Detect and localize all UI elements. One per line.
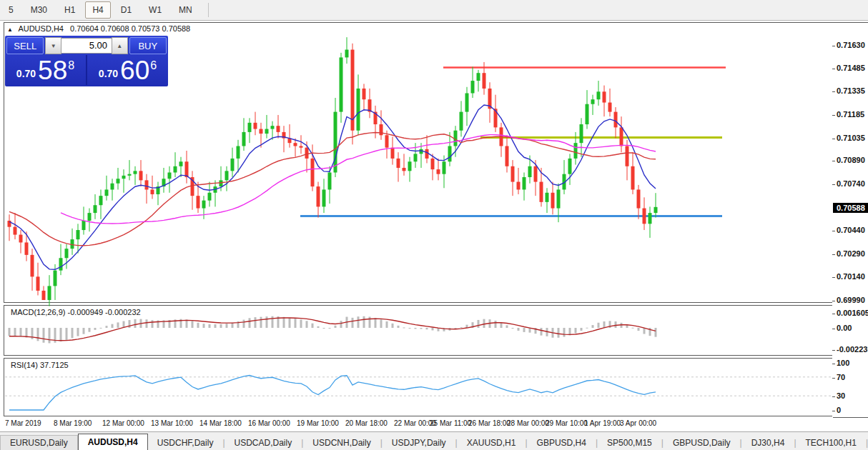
sell-button[interactable]: SELL xyxy=(6,37,44,54)
rsi-tick: 70 xyxy=(837,373,845,381)
sell-price[interactable]: 0.70 58 8 xyxy=(5,55,87,85)
axis-tick-mark xyxy=(832,350,835,351)
price-tick: 0.70290 xyxy=(837,249,865,258)
time-axis-label: 19 Mar 10:00 xyxy=(297,419,339,427)
time-axis-label: 13 Mar 10:00 xyxy=(151,419,193,427)
time-axis-label: 14 Mar 18:00 xyxy=(199,419,242,427)
timeframe-button-mn[interactable]: MN xyxy=(172,1,199,19)
time-axis: 7 Mar 20198 Mar 19:0012 Mar 00:0013 Mar … xyxy=(4,416,833,431)
one-click-trade-widget: SELL ▼ 5.00 ▲ BUY 0.70 58 8 0.70 60 6 xyxy=(5,36,168,86)
axis-tick-mark xyxy=(832,46,835,46)
price-tick: 0.71335 xyxy=(837,86,865,95)
axis-tick-mark xyxy=(832,329,835,329)
buy-price-prefix: 0.70 xyxy=(99,68,118,79)
chart-tab-usdjpy-daily[interactable]: USDJPY,Daily xyxy=(383,436,455,450)
axis-tick-mark xyxy=(832,69,835,69)
timeframe-button-d1[interactable]: D1 xyxy=(114,1,139,19)
buy-button[interactable]: BUY xyxy=(129,37,167,54)
volume-up-button[interactable]: ▲ xyxy=(112,37,128,54)
axis-tick-mark xyxy=(832,161,835,161)
axis-tick-mark xyxy=(832,139,835,139)
rsi-tick: 30 xyxy=(837,391,845,400)
macd-panel[interactable]: MACD(12,26,9) -0.000949 -0.000232 xyxy=(4,305,833,356)
price-tick: 0.71185 xyxy=(837,110,864,119)
price-tick: 0.71035 xyxy=(837,134,865,142)
toolbar-separator xyxy=(208,3,209,17)
chart-tab-usdchf-daily[interactable]: USDCHF,Daily xyxy=(148,436,223,450)
buy-price-pip: 6 xyxy=(150,59,157,72)
timeframe-button-w1[interactable]: W1 xyxy=(142,1,169,19)
axis-tick-mark xyxy=(832,254,835,255)
chart-tab-gbpusd-daily[interactable]: GBPUSD,Daily xyxy=(664,436,740,450)
axis-tick-mark xyxy=(832,364,835,364)
macd-tick: -0.002235 xyxy=(837,345,868,354)
chart-tab-bar: EURUSD,DailyAUDUSD,H4USDCHF,Daily|USDCAD… xyxy=(0,431,868,450)
rsi-panel[interactable]: RSI(14) 37.7125 xyxy=(4,358,833,416)
axis-tick-mark xyxy=(832,115,835,116)
axis-tick-mark xyxy=(832,301,835,301)
chart-tab-sp500-m15[interactable]: SP500,M15 xyxy=(598,436,661,450)
price-tick: 0.69990 xyxy=(837,296,865,304)
rsi-label: RSI(14) 37.7125 xyxy=(11,361,69,369)
sell-price-pip: 8 xyxy=(68,59,74,72)
axis-tick-mark xyxy=(832,231,835,231)
buy-price[interactable]: 0.70 60 6 xyxy=(87,55,168,85)
time-axis-label: 12 Mar 00:00 xyxy=(102,419,144,427)
buy-price-big: 60 xyxy=(120,59,149,83)
sell-price-prefix: 0.70 xyxy=(16,68,36,79)
chart-tab-dj30-h4[interactable]: DJ30,H4 xyxy=(742,436,794,450)
price-tick: 0.70140 xyxy=(837,272,865,281)
price-tick: 0.70740 xyxy=(837,179,865,188)
axis-tick-mark xyxy=(832,396,835,397)
timeframe-toolbar: 5M30H1H4D1W1MN xyxy=(0,0,868,21)
time-axis-label: 25 Mar 11:00 xyxy=(430,419,471,427)
current-price-badge: 0.70588 xyxy=(833,203,868,213)
macd-label: MACD(12,26,9) -0.000949 -0.000232 xyxy=(11,308,141,316)
macd-tick: 0.00 xyxy=(837,324,852,332)
collapse-icon[interactable]: ▲ xyxy=(7,26,13,33)
price-tick: 0.71630 xyxy=(837,41,865,49)
chart-tab-usdcad-daily[interactable]: USDCAD,Daily xyxy=(225,436,302,450)
time-axis-label: 28 Mar 00:00 xyxy=(507,419,549,427)
chart-tab-audusd-h4[interactable]: AUDUSD,H4 xyxy=(78,434,148,450)
terminal-window: 5M30H1H4D1W1MN MACD(12,26,9) -0.000949 -… xyxy=(0,0,868,450)
macd-tick: 0.001605 xyxy=(837,309,868,317)
price-tick: 0.70890 xyxy=(837,156,865,164)
axis-tick-mark xyxy=(832,378,835,379)
axis-tick-mark xyxy=(832,411,835,411)
price-tick: 0.71485 xyxy=(837,64,865,72)
time-axis-label: 20 Mar 18:00 xyxy=(345,419,388,427)
volume-input[interactable]: 5.00 xyxy=(61,38,112,54)
timeframe-button-m30[interactable]: M30 xyxy=(24,1,54,19)
chart-header: ▲ AUDUSD,H4 0.70604 0.70608 0.70573 0.70… xyxy=(7,24,190,33)
time-axis-label: 3 Apr 00:00 xyxy=(620,419,656,427)
rsi-tick: 100 xyxy=(837,359,849,367)
axis-tick-mark xyxy=(832,314,835,314)
time-axis-label: 1 Apr 19:00 xyxy=(584,419,621,427)
chart-tab-tech100-h1[interactable]: TECH100,H1 xyxy=(797,436,866,450)
volume-down-button[interactable]: ▼ xyxy=(45,37,61,54)
axis-tick-mark xyxy=(832,184,835,185)
timeframe-button-h4[interactable]: H4 xyxy=(85,1,110,19)
chevron-up-icon: ▲ xyxy=(117,43,122,49)
timeframe-button-5[interactable]: 5 xyxy=(1,1,21,19)
chart-ohlc-values: 0.70604 0.70608 0.70573 0.70588 xyxy=(70,24,190,33)
chart-tab-eurusd-daily[interactable]: EURUSD,Daily xyxy=(0,435,78,450)
axis-tick-mark xyxy=(832,277,835,278)
timeframe-buttons: 5M30H1H4D1W1MN xyxy=(0,1,201,19)
price-axis-column: 0.716300.714850.713350.711850.710350.708… xyxy=(832,22,868,418)
chart-tab-gbpusd-h4[interactable]: GBPUSD,H4 xyxy=(528,436,596,450)
chart-tab-xauusd-h1[interactable]: XAUUSD,H1 xyxy=(458,436,526,450)
time-axis-label: 29 Mar 10:00 xyxy=(546,419,588,427)
rsi-tick: 0 xyxy=(837,406,841,414)
price-tick: 0.70440 xyxy=(837,226,865,234)
sell-price-big: 58 xyxy=(38,59,67,83)
chart-symbol: AUDUSD,H4 xyxy=(18,24,64,33)
timeframe-button-h1[interactable]: H1 xyxy=(57,1,82,19)
time-axis-label: 8 Mar 19:00 xyxy=(54,419,92,427)
time-axis-label: 7 Mar 2019 xyxy=(5,419,41,427)
chart-tab-usdcnh-daily[interactable]: USDCNH,Daily xyxy=(303,436,380,450)
chevron-down-icon: ▼ xyxy=(51,43,56,49)
axis-tick-mark xyxy=(832,91,835,92)
time-axis-label: 16 Mar 00:00 xyxy=(248,419,290,427)
